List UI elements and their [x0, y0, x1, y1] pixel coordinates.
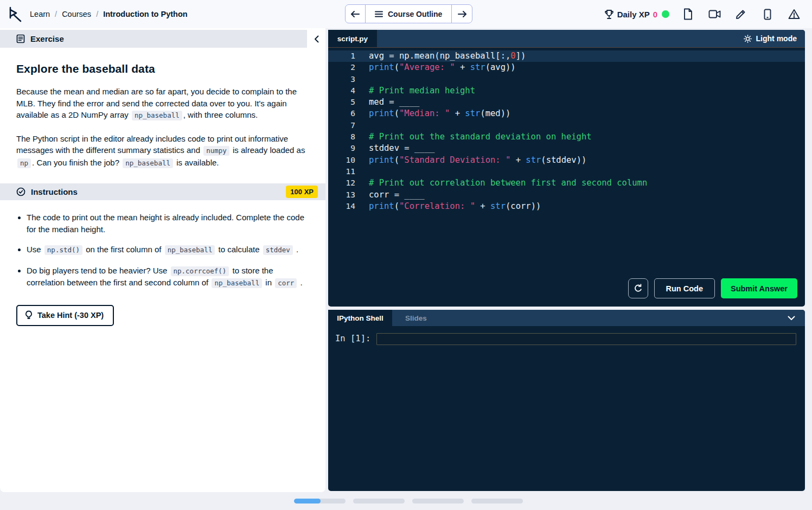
reset-code-button[interactable] — [628, 278, 648, 298]
tab-slides[interactable]: Slides — [392, 310, 440, 326]
inline-code: numpy — [203, 146, 229, 156]
code-line[interactable]: 9stddev = ____ — [328, 143, 805, 154]
inline-code: np_baseball — [165, 245, 215, 255]
take-hint-label: Take Hint (-30 XP) — [37, 311, 104, 320]
line-number: 8 — [328, 131, 355, 143]
video-camera-icon — [708, 10, 721, 18]
collapse-console-button[interactable] — [784, 310, 798, 326]
submit-answer-button[interactable]: Submit Answer — [721, 278, 797, 298]
warning-triangle-icon — [788, 9, 800, 20]
text-segment: in — [263, 278, 274, 287]
text-segment: to calculate — [216, 245, 261, 254]
notes-document-button[interactable] — [679, 5, 697, 23]
mobile-button[interactable] — [758, 5, 777, 23]
text-segment: on the first column of — [84, 245, 164, 254]
report-issue-button[interactable] — [785, 5, 803, 23]
chevron-left-icon — [314, 35, 319, 43]
inline-code: stddev — [263, 245, 293, 255]
run-code-button[interactable]: Run Code — [654, 278, 715, 298]
code-text: # Print median height — [355, 85, 475, 97]
code-line[interactable]: 12# Print out correlation between first … — [328, 177, 805, 189]
trophy-icon — [604, 9, 614, 20]
code-text: med = ____ — [355, 97, 419, 108]
tab-script-py[interactable]: script.py — [328, 30, 377, 47]
text-segment: is already loaded as — [231, 145, 305, 155]
code-text: stddev = ____ — [355, 143, 434, 154]
edit-button[interactable] — [732, 5, 750, 23]
code-line[interactable]: 13corr = ____ — [328, 189, 805, 201]
line-number: 11 — [328, 166, 355, 177]
code-text: print("Median: " + str(med)) — [355, 108, 510, 119]
code-line[interactable]: 5med = ____ — [328, 97, 805, 108]
progress-segment[interactable] — [412, 499, 464, 503]
course-outline-button[interactable]: Course Outline — [366, 5, 452, 23]
line-number: 9 — [328, 143, 355, 154]
daily-xp-indicator[interactable]: Daily XP 0 — [604, 9, 669, 20]
light-mode-toggle[interactable]: Light mode — [736, 30, 805, 47]
code-line[interactable]: 10print("Standard Deviation: " + str(std… — [328, 155, 805, 166]
xp-status-dot — [662, 10, 669, 18]
document-icon — [683, 8, 693, 20]
code-line[interactable]: 14print("Correlation: " + str(corr)) — [328, 201, 805, 212]
console-input[interactable] — [376, 333, 796, 345]
inline-code: np_baseball — [212, 278, 262, 288]
code-line[interactable]: 11 — [328, 166, 805, 177]
course-outline-label: Course Outline — [388, 10, 442, 18]
editor-actions: Run Code Submit Answer — [628, 278, 797, 298]
code-line[interactable]: 3 — [328, 74, 805, 85]
code-text: print("Standard Deviation: " + str(stdde… — [355, 155, 586, 166]
console-panel: IPython Shell Slides In [1]: — [328, 310, 805, 491]
instructions-label: Instructions — [31, 187, 78, 196]
breadcrumb-current-course: Introduction to Python — [103, 10, 187, 18]
code-line[interactable]: 6print("Median: " + str(med)) — [328, 108, 805, 119]
line-number: 2 — [328, 62, 355, 73]
inline-code: np — [17, 158, 31, 168]
exercise-progress-bar — [294, 499, 523, 503]
tab-ipython-shell[interactable]: IPython Shell — [328, 310, 392, 326]
topbar-right-cluster: Daily XP 0 — [604, 0, 803, 28]
text-segment: . — [294, 245, 298, 254]
inline-code: np_baseball — [132, 111, 182, 120]
exercise-header-row: Exercise — [0, 30, 325, 48]
lightbulb-icon — [25, 310, 33, 320]
mobile-phone-icon — [764, 9, 771, 20]
progress-segment[interactable] — [471, 499, 523, 503]
breadcrumb-courses[interactable]: Courses — [62, 10, 91, 18]
breadcrumb-learn[interactable]: Learn — [30, 10, 50, 18]
exercise-body: Explore the baseball data Because the me… — [0, 48, 325, 169]
exercise-paragraph: The Python script in the editor already … — [16, 133, 309, 169]
code-area[interactable]: 1avg = np.mean(np_baseball[:,0])2print("… — [328, 47, 805, 212]
check-circle-icon — [16, 187, 25, 196]
progress-segment[interactable] — [353, 499, 405, 503]
text-segment: is available. — [174, 158, 219, 167]
datacamp-logo[interactable] — [8, 6, 22, 23]
text-segment: . Can you finish the job? — [32, 158, 122, 167]
video-button[interactable] — [705, 5, 724, 23]
text-segment: The code to print out the mean height is… — [27, 213, 304, 234]
exercise-header: Exercise — [0, 30, 307, 48]
console-tab-bar: IPython Shell Slides — [328, 310, 805, 326]
collapse-panel-button[interactable] — [307, 30, 325, 48]
inline-code: np_baseball — [123, 158, 173, 168]
next-exercise-button[interactable] — [452, 5, 472, 23]
line-number: 4 — [328, 85, 355, 97]
chevron-down-icon — [788, 316, 795, 321]
datacamp-logo-icon — [8, 6, 22, 23]
code-line[interactable]: 7 — [328, 120, 805, 131]
code-line[interactable]: 1avg = np.mean(np_baseball[:,0]) — [328, 50, 805, 62]
console-body: In [1]: — [328, 326, 805, 345]
code-line[interactable]: 2print("Average: " + str(avg)) — [328, 62, 805, 73]
text-segment: . — [298, 278, 302, 287]
previous-exercise-button[interactable] — [346, 5, 366, 23]
code-line[interactable]: 4# Print median height — [328, 85, 805, 97]
take-hint-button[interactable]: Take Hint (-30 XP) — [16, 305, 114, 326]
line-number: 3 — [328, 74, 355, 85]
console-prompt: In [1]: — [335, 333, 370, 345]
line-number: 10 — [328, 155, 355, 166]
progress-segment[interactable] — [294, 499, 346, 503]
light-mode-label: Light mode — [756, 34, 797, 43]
line-number: 5 — [328, 97, 355, 108]
code-editor-panel: script.py Light mode 1avg = np.mean(np_b… — [328, 30, 805, 307]
xp-badge: 100 XP — [286, 186, 318, 198]
code-line[interactable]: 8# Print out the standard deviation on h… — [328, 131, 805, 143]
